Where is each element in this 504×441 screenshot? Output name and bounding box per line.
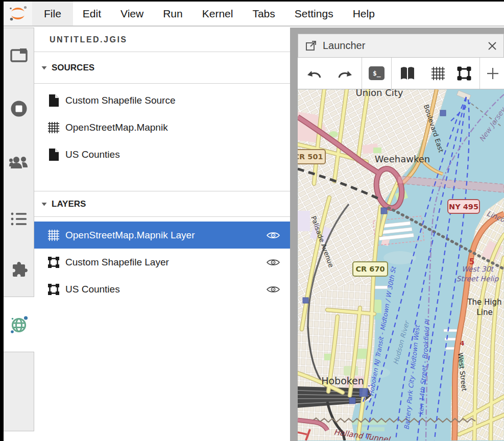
layer-item-osm-mapnik[interactable]: OpenStreetMap.Mapnik Layer <box>34 222 290 249</box>
panel-splitter[interactable] <box>290 28 298 441</box>
layer-item-label: OpenStreetMap.Mapnik Layer <box>65 230 261 241</box>
file-icon <box>47 148 60 161</box>
vector-polygon-icon <box>457 66 472 81</box>
main-area: UNTITLED.JGIS SOURCES Custom Shapefile S… <box>4 28 504 441</box>
menu-bar: File Edit View Run Kernel Tabs Settings … <box>4 2 504 27</box>
redo-icon <box>338 68 353 79</box>
gis-globe-icon <box>9 314 29 335</box>
map-label-heliport-1: West 30t <box>462 265 495 273</box>
panel-title: UNTITLED.JGIS <box>34 28 290 52</box>
layer-item-label: US Counties <box>65 284 261 295</box>
users-icon <box>9 155 29 170</box>
sources-section-header[interactable]: SOURCES <box>34 52 290 84</box>
source-item-label: OpenStreetMap.Mapnik <box>65 122 290 133</box>
window-top-edge <box>0 0 504 2</box>
menu-edit[interactable]: Edit <box>73 2 111 26</box>
layer-item-custom-shapefile[interactable]: Custom Shapefile Layer <box>34 249 290 276</box>
sidebar-item-running[interactable] <box>10 100 28 120</box>
menu-tabs[interactable]: Tabs <box>243 2 284 26</box>
menu-settings[interactable]: Settings <box>285 2 343 26</box>
sidebar-item-extensions[interactable] <box>9 260 29 282</box>
layer-item-label: Custom Shapefile Layer <box>65 257 261 268</box>
source-item-label: US Counties <box>65 149 290 160</box>
map-canvas[interactable]: Union City Weehawken Hoboken Boulevard E… <box>298 89 504 440</box>
caret-down-icon <box>41 66 47 70</box>
svg-text:CR 670: CR 670 <box>355 265 385 273</box>
layers-header-label: LAYERS <box>52 199 86 209</box>
layers-section: LAYERS OpenStreetMap.Mapnik Layer <box>34 191 290 303</box>
plus-icon <box>487 67 499 80</box>
map-label-weehawken: Weehawken <box>375 154 430 164</box>
layer-visibility-eye-icon[interactable] <box>267 285 280 293</box>
terminal-icon: $_ <box>369 66 385 80</box>
new-terminal-button[interactable]: $_ <box>365 58 388 89</box>
map-label-route-4: 4 <box>460 339 464 347</box>
menu-kernel[interactable]: Kernel <box>193 2 243 26</box>
menu-help[interactable]: Help <box>343 2 385 26</box>
layers-section-header[interactable]: LAYERS <box>34 191 290 217</box>
caret-down-icon <box>41 202 47 206</box>
menu-view[interactable]: View <box>111 2 153 26</box>
map-view[interactable]: Union City Weehawken Hoboken Boulevard E… <box>298 89 504 441</box>
source-item-us-counties[interactable]: US Counties <box>34 141 290 168</box>
jupyter-logo <box>4 2 32 26</box>
jgis-panel: UNTITLED.JGIS SOURCES Custom Shapefile S… <box>34 28 290 441</box>
add-button[interactable] <box>481 58 504 89</box>
menu-file[interactable]: File <box>32 2 73 26</box>
file-icon <box>47 94 60 107</box>
raster-grid-icon <box>47 229 60 241</box>
jupyter-logo-icon <box>9 5 27 23</box>
stop-circle-icon <box>10 100 28 118</box>
window-left-edge <box>0 0 4 441</box>
tab-launcher-label[interactable]: Launcher <box>323 40 365 52</box>
open-book-icon <box>399 66 416 81</box>
badge-ny495: NY 495 <box>448 200 479 213</box>
sidebar-bottom-group <box>4 352 34 431</box>
stac-browser-button[interactable] <box>396 58 419 89</box>
source-item-custom-shapefile[interactable]: Custom Shapefile Source <box>34 87 290 114</box>
gis-toolbar: $_ <box>298 58 504 89</box>
dock-tab-bar: Launcher <box>298 34 504 58</box>
undo-button[interactable] <box>303 58 326 89</box>
sidebar-item-collaboration[interactable] <box>9 155 29 173</box>
list-icon <box>10 211 28 227</box>
layers-list: OpenStreetMap.Mapnik Layer Custom Shapef… <box>34 217 290 303</box>
badge-cr501: CR 501 <box>298 150 325 164</box>
map-label-union-city: Union City <box>355 89 403 98</box>
sidebar-item-file-browser[interactable] <box>9 46 29 66</box>
sources-header-label: SOURCES <box>52 63 94 73</box>
puzzle-icon <box>9 260 29 280</box>
vector-polygon-icon <box>47 256 60 268</box>
map-label-highline-2: Line <box>476 308 492 317</box>
raster-grid-icon <box>47 121 60 134</box>
new-vector-layer-button[interactable] <box>453 58 476 89</box>
new-raster-layer-button[interactable] <box>427 58 450 89</box>
folder-icon <box>9 46 29 64</box>
map-label-heliport-2: Street Helip <box>457 275 499 283</box>
map-label-hoboken: Hoboken <box>321 375 364 386</box>
layer-visibility-eye-icon[interactable] <box>267 258 280 266</box>
dock-area: Launcher <box>298 28 504 441</box>
sources-list: Custom Shapefile Source OpenStreetMap.Ma… <box>34 84 290 168</box>
activity-sidebar <box>4 28 34 441</box>
undo-icon <box>306 68 322 79</box>
menu-run[interactable]: Run <box>153 2 193 26</box>
tab-close-button[interactable] <box>488 41 497 51</box>
svg-text:NY 495: NY 495 <box>449 203 478 211</box>
map-label-highline-1: The High <box>467 298 501 307</box>
layer-item-us-counties[interactable]: US Counties <box>34 276 290 303</box>
source-item-osm-mapnik[interactable]: OpenStreetMap.Mapnik <box>34 114 290 141</box>
sidebar-item-table-of-contents[interactable] <box>10 211 28 229</box>
badge-cr670: CR 670 <box>353 262 388 276</box>
raster-grid-icon <box>431 66 445 81</box>
close-icon <box>488 41 497 51</box>
layer-visibility-eye-icon[interactable] <box>267 231 280 239</box>
source-item-label: Custom Shapefile Source <box>65 95 290 106</box>
svg-text:CR 501: CR 501 <box>298 153 323 161</box>
sidebar-item-jupytergis[interactable] <box>4 297 34 352</box>
launcher-popout-icon <box>305 40 317 52</box>
vector-polygon-icon <box>47 283 60 296</box>
redo-button[interactable] <box>334 58 357 89</box>
